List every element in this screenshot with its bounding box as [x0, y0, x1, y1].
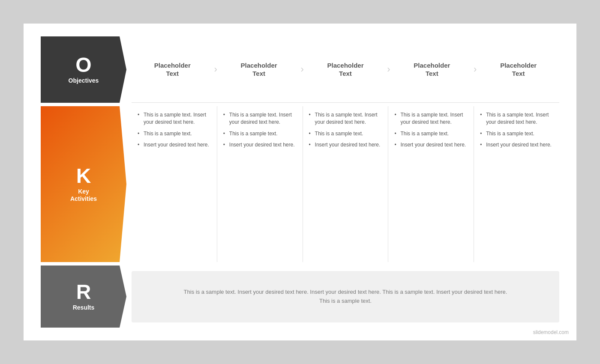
arrow-1: ›	[214, 64, 217, 75]
placeholder-item-1: PlaceholderText	[132, 61, 213, 78]
results-text-label: Results	[73, 304, 95, 311]
activity-col-5: This is a sample text. Insert your desir…	[474, 106, 559, 262]
watermark: slidemodel.com	[533, 329, 569, 335]
placeholder-text-3: PlaceholderText	[327, 61, 363, 78]
list-item: This is a sample text. Insert your desir…	[394, 111, 468, 126]
arrow-2: ›	[300, 64, 303, 75]
list-item: This is a sample text. Insert your desir…	[223, 111, 297, 126]
results-content: This is a sample text. Insert your desir…	[184, 288, 507, 306]
placeholder-item-2: PlaceholderText	[218, 61, 300, 78]
activity-col-3: This is a sample text. Insert your desir…	[303, 106, 389, 262]
activity-col-2: This is a sample text. Insert your desir…	[217, 106, 303, 262]
placeholder-text-1: PlaceholderText	[154, 61, 191, 78]
list-item: This is a sample text.	[223, 130, 297, 137]
placeholder-item-4: PlaceholderText	[391, 61, 473, 78]
list-item: This is a sample text.	[394, 130, 468, 137]
list-item: This is a sample text.	[309, 130, 382, 137]
list-item: Insert your desired text here.	[480, 141, 553, 149]
objectives-label-block: O Objectives	[41, 36, 126, 103]
list-item: Insert your desired text here.	[309, 141, 382, 149]
results-row: This is a sample text. Insert your desir…	[132, 266, 559, 328]
results-box: This is a sample text. Insert your desir…	[132, 271, 559, 322]
key-activities-letter: K	[76, 166, 91, 186]
key-activities-text: KeyActivities	[70, 188, 97, 203]
left-column: O Objectives K KeyActivities R Results	[41, 36, 126, 328]
activity-list-2: This is a sample text. Insert your desir…	[223, 111, 297, 149]
list-item: This is a sample text. Insert your desir…	[309, 111, 382, 126]
objectives-text: Objectives	[69, 77, 99, 84]
activity-list-5: This is a sample text. Insert your desir…	[480, 111, 553, 149]
placeholder-item-3: PlaceholderText	[305, 61, 387, 78]
results-label-block: R Results	[41, 266, 126, 328]
activity-col-4: This is a sample text. Insert your desir…	[388, 106, 474, 262]
key-activities-row: This is a sample text. Insert your desir…	[132, 106, 559, 262]
activity-list-4: This is a sample text. Insert your desir…	[394, 111, 468, 149]
placeholder-text-4: PlaceholderText	[414, 61, 450, 78]
list-item: This is a sample text.	[480, 130, 553, 137]
activity-list-3: This is a sample text. Insert your desir…	[309, 111, 382, 149]
placeholder-headers: PlaceholderText › PlaceholderText › Plac…	[132, 36, 559, 102]
arrow-3: ›	[387, 64, 390, 75]
activity-list-1: This is a sample text. Insert your desir…	[138, 111, 211, 149]
objectives-row: PlaceholderText › PlaceholderText › Plac…	[132, 36, 559, 103]
list-item: Insert your desired text here.	[394, 141, 468, 149]
list-item: This is a sample text. Insert your desir…	[138, 111, 211, 126]
activity-col-1: This is a sample text. Insert your desir…	[132, 106, 217, 262]
list-item: Insert your desired text here.	[223, 141, 297, 149]
placeholder-text-2: PlaceholderText	[241, 61, 277, 78]
right-column: PlaceholderText › PlaceholderText › Plac…	[132, 36, 559, 328]
list-item: This is a sample text.	[138, 130, 211, 137]
slide: O Objectives K KeyActivities R Results P…	[24, 24, 576, 340]
placeholder-item-5: PlaceholderText	[477, 61, 559, 78]
key-activities-label-block: K KeyActivities	[41, 106, 126, 262]
divider	[132, 102, 559, 103]
results-letter: R	[76, 282, 91, 302]
list-item: Insert your desired text here.	[138, 141, 211, 149]
layout: O Objectives K KeyActivities R Results P…	[41, 36, 559, 328]
objectives-letter: O	[75, 55, 91, 75]
placeholder-text-5: PlaceholderText	[500, 61, 537, 78]
arrow-4: ›	[474, 64, 477, 75]
list-item: This is a sample text. Insert your desir…	[480, 111, 553, 126]
